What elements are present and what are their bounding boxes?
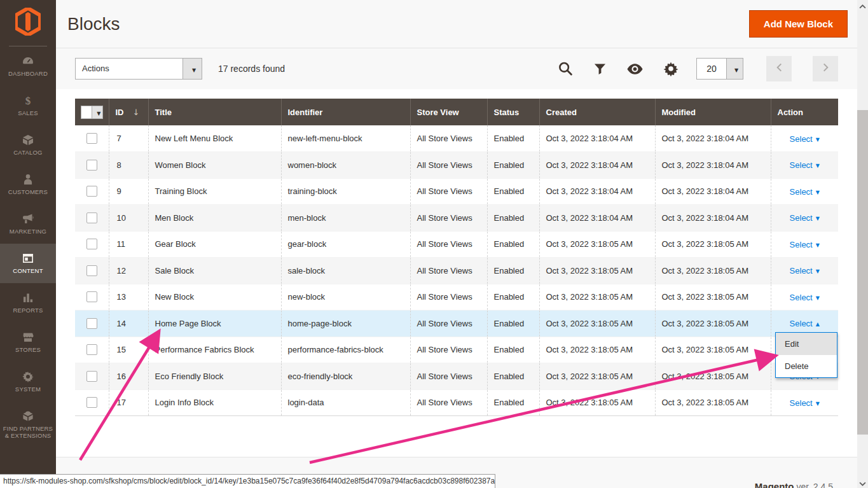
cell-created: Oct 3, 2022 3:18:05 AM <box>539 310 655 337</box>
add-new-block-button[interactable]: Add New Block <box>749 10 848 38</box>
cell-created: Oct 3, 2022 3:18:04 AM <box>539 152 655 179</box>
column-header-action[interactable]: Action <box>771 99 838 125</box>
cell-created: Oct 3, 2022 3:18:05 AM <box>539 337 655 363</box>
row-checkbox[interactable] <box>86 344 97 355</box>
select-action-link[interactable]: Select <box>790 398 820 408</box>
filter-icon[interactable] <box>593 62 607 76</box>
checkbox-dropdown[interactable] <box>92 106 103 119</box>
blocks-table: ID Title Identifier Store View Status Cr… <box>75 99 838 416</box>
select-action-link[interactable]: Select <box>790 160 820 170</box>
cell-status: Enabled <box>487 284 539 310</box>
sidebar-item-content[interactable]: CONTENT <box>0 244 56 283</box>
cell-id: 7 <box>109 125 148 152</box>
cell-identifier: gear-block <box>281 231 410 258</box>
table-row[interactable]: 17Login Info Blocklogin-dataAll Store Vi… <box>75 389 838 416</box>
row-checkbox[interactable] <box>86 318 97 329</box>
table-row[interactable]: 11Gear Blockgear-blockAll Store ViewsEna… <box>75 231 838 258</box>
cell-checkbox <box>75 284 109 310</box>
column-header-created[interactable]: Created <box>539 99 655 125</box>
sidebar-item-sales[interactable]: $SALES <box>0 86 56 125</box>
sidebar-item-reports[interactable]: REPORTS <box>0 283 56 323</box>
sidebar-item-label: FIND PARTNERS & EXTENSIONS <box>0 425 56 440</box>
row-checkbox[interactable] <box>86 213 97 223</box>
row-checkbox[interactable] <box>86 265 97 276</box>
select-action-link[interactable]: Select <box>790 187 820 197</box>
sidebar-nav: DASHBOARD$SALESCATALOGCUSTOMERSMARKETING… <box>0 46 56 447</box>
select-action-link[interactable]: Select <box>790 319 820 328</box>
sidebar: DASHBOARD$SALESCATALOGCUSTOMERSMARKETING… <box>0 0 56 488</box>
sidebar-item-dashboard[interactable]: DASHBOARD <box>0 46 56 86</box>
column-header-id[interactable]: ID <box>109 99 148 125</box>
row-checkbox[interactable] <box>86 239 97 249</box>
sidebar-item-find-partners[interactable]: FIND PARTNERS & EXTENSIONS <box>0 401 56 447</box>
page-size-selector[interactable]: 20 <box>696 58 743 80</box>
cell-created: Oct 3, 2022 3:18:05 AM <box>539 258 655 284</box>
search-icon[interactable] <box>558 61 573 76</box>
sidebar-item-catalog[interactable]: CATALOG <box>0 125 56 165</box>
table-row[interactable]: 15Performance Fabrics Blockperformance-f… <box>75 337 838 363</box>
sidebar-item-customers[interactable]: CUSTOMERS <box>0 165 56 204</box>
sidebar-item-marketing[interactable]: MARKETING <box>0 204 56 244</box>
table-row[interactable]: 7New Left Menu Blocknew-left-menu-blockA… <box>75 125 838 152</box>
row-checkbox[interactable] <box>86 291 97 302</box>
scrollbar-thumb[interactable] <box>857 110 868 435</box>
row-checkbox[interactable] <box>86 371 97 382</box>
sidebar-item-stores[interactable]: STORES <box>0 323 56 362</box>
select-all-checkbox[interactable] <box>81 106 103 119</box>
chevron-up-icon <box>859 0 866 11</box>
next-page-button[interactable] <box>813 56 838 81</box>
reports-icon <box>22 291 34 304</box>
settings-gear-icon[interactable] <box>663 61 679 76</box>
sidebar-item-label: SALES <box>15 109 41 116</box>
select-action-link[interactable]: Select <box>790 213 820 223</box>
table-row[interactable]: 16Eco Friendly Blockeco-friendly-blockAl… <box>75 363 838 390</box>
column-header-modified[interactable]: Modified <box>655 99 771 125</box>
column-header-status[interactable]: Status <box>487 99 539 125</box>
chevron-down-icon <box>192 63 196 74</box>
chevron-down-icon <box>816 186 820 196</box>
sidebar-item-system[interactable]: SYSTEM <box>0 362 56 401</box>
table-row[interactable]: 8Women Blockwomen-blockAll Store ViewsEn… <box>75 152 838 179</box>
cell-store-view: All Store Views <box>410 205 487 232</box>
cell-status: Enabled <box>487 258 539 284</box>
column-header-store-view[interactable]: Store View <box>410 99 487 125</box>
cell-status: Enabled <box>487 337 539 363</box>
row-checkbox[interactable] <box>86 133 97 144</box>
sidebar-item-label: REPORTS <box>10 307 45 314</box>
cell-created: Oct 3, 2022 3:18:04 AM <box>539 125 655 152</box>
column-header-identifier[interactable]: Identifier <box>281 99 410 125</box>
cell-status: Enabled <box>487 363 539 390</box>
select-action-link[interactable]: Select <box>790 293 820 302</box>
actions-dropdown[interactable]: Actions <box>75 58 202 80</box>
cell-checkbox <box>75 337 109 363</box>
select-action-link[interactable]: Select <box>790 240 820 249</box>
table-row[interactable]: 9Training Blocktraining-blockAll Store V… <box>75 178 838 205</box>
previous-page-button[interactable] <box>766 56 792 81</box>
table-row[interactable]: 10Men Blockmen-blockAll Store ViewsEnabl… <box>75 205 838 232</box>
cell-id: 11 <box>109 231 148 258</box>
status-bar-url: https://sfk-modules-shop.com/sfkshop/cms… <box>0 474 495 488</box>
row-checkbox[interactable] <box>86 160 97 171</box>
select-action-link[interactable]: Select <box>790 266 820 275</box>
table-row[interactable]: 13New Blocknew-blockAll Store ViewsEnabl… <box>75 284 838 310</box>
cell-modified: Oct 3, 2022 3:18:04 AM <box>655 178 771 205</box>
magento-logo[interactable] <box>0 0 56 46</box>
menu-item-edit[interactable]: Edit <box>776 333 837 355</box>
select-action-link[interactable]: Select <box>790 134 820 144</box>
cell-created: Oct 3, 2022 3:18:05 AM <box>539 231 655 258</box>
row-checkbox[interactable] <box>86 186 97 197</box>
column-header-title[interactable]: Title <box>148 99 281 125</box>
scroll-up-button[interactable] <box>857 0 868 11</box>
row-checkbox[interactable] <box>86 397 97 408</box>
customers-icon <box>22 173 34 186</box>
chevron-down-icon <box>816 292 820 302</box>
table-row[interactable]: 12Sale Blocksale-blockAll Store ViewsEna… <box>75 258 838 284</box>
table-row[interactable]: 14Home Page Blockhome-page-blockAll Stor… <box>75 310 838 337</box>
columns-eye-icon[interactable] <box>627 64 643 74</box>
grid-toolbar: Actions 17 records found 20 <box>56 48 857 89</box>
cell-status: Enabled <box>487 178 539 205</box>
menu-item-delete[interactable]: Delete <box>776 355 837 377</box>
scroll-down-button[interactable] <box>857 477 868 488</box>
cell-store-view: All Store Views <box>410 152 487 179</box>
select-all-header[interactable] <box>75 99 109 125</box>
